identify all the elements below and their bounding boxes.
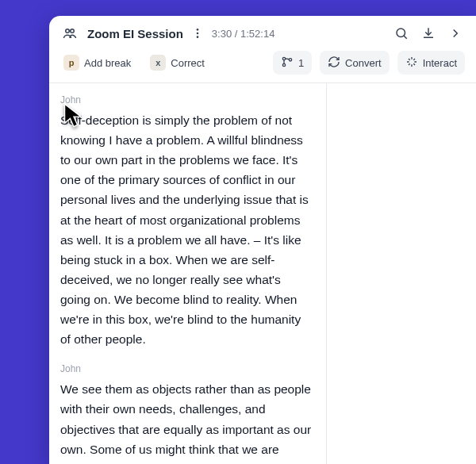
interact-label: Interact — [423, 57, 457, 69]
branch-icon — [281, 56, 294, 71]
side-panel — [327, 83, 476, 464]
svg-point-2 — [197, 29, 199, 31]
time-total: 1:52:14 — [240, 28, 274, 40]
sparkle-icon — [405, 56, 418, 71]
branch-chip[interactable]: 1 — [273, 51, 312, 75]
transcript-paragraph[interactable]: We see them as objects rather than as pe… — [60, 379, 312, 464]
svg-point-1 — [71, 29, 75, 33]
chevron-right-icon[interactable] — [446, 24, 465, 43]
add-break-key: p — [63, 55, 79, 71]
content-split: John Self-deception is simply the proble… — [49, 83, 476, 464]
top-bar: Zoom EI Session 3:30 / 1:52:14 — [49, 16, 476, 48]
svg-point-4 — [197, 36, 199, 38]
participants-icon — [60, 24, 79, 43]
download-icon[interactable] — [419, 24, 438, 43]
speaker-label: John — [60, 94, 312, 105]
svg-point-0 — [66, 29, 70, 33]
svg-point-3 — [197, 33, 199, 35]
convert-icon — [328, 56, 340, 71]
correct-key: x — [150, 55, 166, 71]
branch-count: 1 — [298, 57, 304, 69]
app-window: Zoom EI Session 3:30 / 1:52:14 p Add bre… — [49, 16, 476, 464]
search-icon[interactable] — [392, 24, 411, 43]
transcript-panel[interactable]: John Self-deception is simply the proble… — [49, 83, 327, 464]
add-break-button[interactable]: p Add break — [60, 52, 139, 74]
convert-button[interactable]: Convert — [320, 51, 390, 75]
session-title: Zoom EI Session — [87, 27, 183, 40]
speaker-label: John — [60, 363, 312, 374]
add-break-label: Add break — [84, 57, 131, 69]
svg-point-8 — [289, 58, 291, 60]
more-menu-icon[interactable] — [191, 24, 204, 43]
correct-label: Correct — [171, 57, 205, 69]
svg-point-6 — [282, 57, 285, 59]
time-current: 3:30 — [212, 28, 232, 40]
playback-time: 3:30 / 1:52:14 — [212, 28, 275, 40]
transcript-paragraph[interactable]: Self-deception is simply the problem of … — [60, 110, 312, 349]
convert-label: Convert — [345, 57, 382, 69]
interact-button[interactable]: Interact — [397, 51, 465, 75]
correct-button[interactable]: x Correct — [147, 52, 213, 74]
svg-point-7 — [282, 63, 285, 66]
svg-point-5 — [397, 29, 405, 37]
transcript-toolbar: p Add break x Correct 1 Convert Interact — [49, 48, 476, 83]
